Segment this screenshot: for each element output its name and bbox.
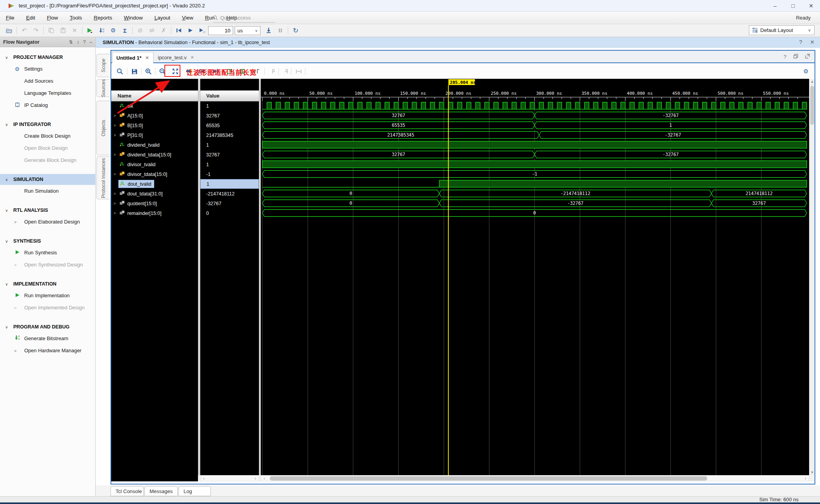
signal-row-remainder150[interactable]: >remainder[15:0] bbox=[111, 208, 198, 218]
scroll-left-icon[interactable]: ‹ bbox=[261, 476, 267, 481]
maximize-button[interactable]: □ bbox=[784, 0, 802, 12]
collapse-all-icon[interactable]: ⇅ bbox=[69, 39, 73, 45]
waveform-canvas[interactable]: 0.000 ns50.000 ns100.000 ns150.000 ns200… bbox=[261, 79, 809, 475]
sidebar-item-open-implemented-design[interactable]: >Open Implemented Design bbox=[0, 302, 95, 314]
wave-tab-2[interactable]: ipcore_test.v✕ bbox=[154, 52, 198, 63]
value-row-A150[interactable]: 32767 bbox=[200, 111, 259, 121]
expand-all-icon[interactable]: ↕ bbox=[77, 39, 79, 45]
signal-row-dout_tdata310[interactable]: >dout_tdata[31:0] bbox=[111, 189, 198, 199]
signal-row-P310[interactable]: >P[31:0] bbox=[111, 130, 198, 140]
undo-icon[interactable]: ↶ bbox=[18, 25, 30, 35]
flow-section-header-implementation[interactable]: ∨IMPLEMENTATION bbox=[0, 279, 95, 289]
help-icon[interactable]: ? bbox=[83, 39, 86, 45]
flow-section-header-synthesis[interactable]: ∨SYNTHESIS bbox=[0, 236, 95, 247]
redo-icon[interactable]: ↷ bbox=[30, 25, 42, 35]
sidebar-item-open-elaborated-design[interactable]: >Open Elaborated Design bbox=[0, 216, 95, 228]
signal-name-panel[interactable]: Name clk>A[15:0]>B[15:0]>P[31:0]dividend… bbox=[111, 79, 198, 475]
horizontal-scroll-thumb[interactable] bbox=[270, 476, 707, 481]
menu-layout[interactable]: Layout bbox=[148, 12, 176, 24]
sidebar-item-language-templates[interactable]: Language Templates bbox=[0, 87, 95, 99]
wave-row-divisor_tdata150[interactable]: -1 bbox=[262, 170, 807, 177]
value-row-dividend_tdata150[interactable]: 32767 bbox=[200, 150, 259, 160]
sidebar-item-open-hardware-manager[interactable]: >Open Hardware Manager bbox=[0, 344, 95, 357]
bottom-tab-log[interactable]: Log bbox=[178, 486, 211, 496]
copy-icon[interactable] bbox=[45, 25, 57, 35]
wave-horizontal-scrollbar[interactable]: ‹ › bbox=[261, 475, 809, 481]
sidebar-item-run-synthesis[interactable]: Run Synthesis bbox=[0, 247, 95, 259]
float-window-icon[interactable] bbox=[793, 54, 798, 60]
minimize-panel-icon[interactable]: – bbox=[89, 39, 92, 45]
side-tab-protocol-instances[interactable]: Protocol Instances bbox=[96, 156, 110, 199]
close-panel-icon[interactable]: ✕ bbox=[810, 39, 815, 45]
sidebar-item-open-block-design[interactable]: Open Block Design bbox=[0, 142, 95, 154]
sidebar-item-generate-bitstream[interactable]: 0110Generate Bitstream bbox=[0, 332, 95, 344]
value-row-clk[interactable]: 1 bbox=[200, 101, 259, 111]
signal-row-dividend_tvalid[interactable]: dividend_tvalid bbox=[111, 140, 198, 150]
value-column-header[interactable]: Value bbox=[200, 91, 259, 101]
menu-reports[interactable]: Reports bbox=[88, 12, 118, 24]
wave-tab-1[interactable]: Untitled 1*✕ bbox=[112, 52, 153, 63]
run-all-icon[interactable] bbox=[185, 25, 196, 35]
scroll-right-icon[interactable]: › bbox=[252, 476, 258, 481]
menu-view[interactable]: View bbox=[176, 12, 199, 24]
wave-vertical-scrollbar[interactable]: ▲ ▼ bbox=[809, 79, 815, 475]
sidebar-item-run-simulation[interactable]: Run Simulation bbox=[0, 185, 95, 197]
signal-entry[interactable]: divisor_tvalid bbox=[118, 161, 158, 168]
value-row-B150[interactable]: 65535 bbox=[200, 121, 259, 130]
scroll-left-icon[interactable]: ‹ bbox=[201, 476, 207, 481]
value-row-dividend_tvalid[interactable]: 1 bbox=[200, 140, 259, 150]
wave-row-remainder150[interactable]: 0 bbox=[262, 209, 807, 217]
bottom-tab-tcl-console[interactable]: Tcl Console bbox=[111, 486, 144, 496]
flow-section-header-program-and-debug[interactable]: ∨PROGRAM AND DEBUG bbox=[0, 321, 95, 332]
expand-chevron-icon[interactable]: > bbox=[114, 153, 116, 157]
signal-value-panel[interactable]: Value 1327676553521473853451327671-11-21… bbox=[200, 79, 259, 475]
signal-entry[interactable]: dividend_tdata[15:0] bbox=[118, 151, 174, 158]
menu-window[interactable]: Window bbox=[118, 12, 148, 24]
wave-row-dout_tvalid[interactable] bbox=[262, 180, 807, 187]
scroll-right-icon[interactable]: › bbox=[802, 476, 809, 481]
menu-file[interactable]: File bbox=[0, 12, 20, 24]
menu-flow[interactable]: Flow bbox=[41, 12, 64, 24]
signal-entry[interactable]: dividend_tvalid bbox=[118, 141, 162, 149]
sidebar-item-settings[interactable]: ⚙Settings bbox=[0, 63, 95, 75]
sidebar-item-add-sources[interactable]: Add Sources bbox=[0, 75, 95, 87]
signal-entry[interactable]: remainder[15:0] bbox=[118, 209, 164, 217]
sidebar-item-open-synthesized-design[interactable]: >Open Synthesized Design bbox=[0, 259, 95, 271]
signal-row-quotient150[interactable]: >quotient[15:0] bbox=[111, 199, 198, 208]
help-icon[interactable]: ? bbox=[799, 39, 802, 45]
expand-chevron-icon[interactable]: > bbox=[114, 201, 116, 206]
wave-row-divisor_tvalid[interactable] bbox=[262, 161, 807, 168]
flow-section-header-simulation[interactable]: ∨SIMULATION bbox=[0, 174, 95, 185]
sidebar-item-create-block-design[interactable]: Create Block Design bbox=[0, 130, 95, 142]
find-icon[interactable] bbox=[114, 66, 125, 76]
close-tab-icon[interactable]: ✕ bbox=[191, 55, 194, 60]
signal-row-dividend_tdata150[interactable]: >dividend_tdata[15:0] bbox=[111, 150, 198, 160]
minimize-button[interactable]: – bbox=[766, 0, 784, 12]
open-project-icon[interactable] bbox=[3, 25, 15, 35]
wave-row-clk[interactable] bbox=[262, 102, 807, 109]
maximize-panel-icon[interactable] bbox=[805, 54, 810, 60]
signal-entry[interactable]: quotient[15:0] bbox=[118, 200, 160, 207]
expand-chevron-icon[interactable]: > bbox=[114, 211, 116, 215]
sidebar-item-ip-catalog[interactable]: IP Catalog bbox=[0, 99, 95, 111]
paste-icon[interactable] bbox=[57, 25, 69, 35]
signal-entry[interactable]: dout_tvalid bbox=[118, 180, 154, 188]
save-waveform-icon[interactable] bbox=[129, 66, 140, 76]
value-row-dout_tvalid[interactable]: 1 bbox=[200, 179, 259, 189]
bottom-tab-messages[interactable]: Messages bbox=[144, 486, 178, 496]
flow-section-header-project-manager[interactable]: ∨PROJECT MANAGER bbox=[0, 52, 95, 63]
side-tab-scope[interactable]: Scope bbox=[96, 54, 110, 77]
wave-row-dividend_tvalid[interactable] bbox=[262, 141, 807, 148]
sidebar-item-generate-block-design[interactable]: Generate Block Design bbox=[0, 154, 95, 166]
expand-chevron-icon[interactable]: > bbox=[114, 123, 116, 128]
menu-tools[interactable]: Tools bbox=[64, 12, 88, 24]
expand-chevron-icon[interactable]: > bbox=[114, 172, 116, 176]
signal-row-divisor_tvalid[interactable]: divisor_tvalid bbox=[111, 160, 198, 169]
run-time-input[interactable] bbox=[208, 26, 233, 35]
quick-access-search[interactable]: Quick Access bbox=[213, 13, 275, 23]
expand-chevron-icon[interactable]: > bbox=[114, 192, 116, 196]
relaunch-icon[interactable]: ↻ bbox=[290, 25, 301, 35]
delete-icon[interactable]: ✕ bbox=[69, 25, 80, 35]
zoom-in-icon[interactable] bbox=[143, 66, 154, 76]
flow-section-header-rtl-analysis[interactable]: ∨RTL ANALYSIS bbox=[0, 205, 95, 216]
